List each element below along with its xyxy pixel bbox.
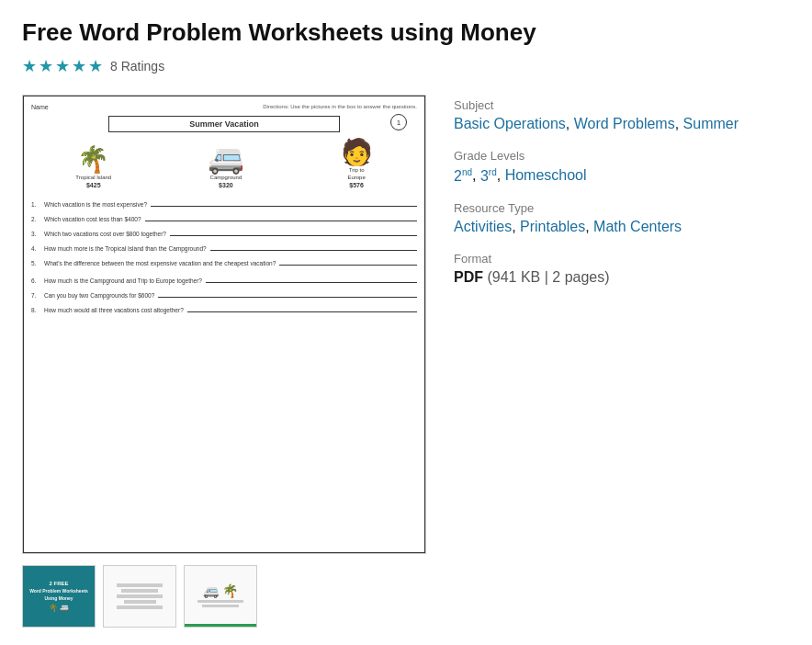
format-detail: (941 KB | 2 pages) xyxy=(487,269,609,285)
resource-type-label: Resource Type xyxy=(454,201,790,215)
preview-section: Name Directions: Use the pictures in the… xyxy=(22,95,426,628)
resource-link-math-centers[interactable]: Math Centers xyxy=(593,219,682,234)
ws-q5: 5. What's the difference between the mos… xyxy=(31,256,417,266)
grade-link-3rd[interactable]: 3rd xyxy=(480,168,497,184)
ws-q2: 2. Which vacation cost less than $400? xyxy=(31,212,417,222)
meta-format: Format PDF (941 KB | 2 pages) xyxy=(454,252,790,286)
ws-images-row: 🌴 Tropical Island $425 🚐 Campground $320… xyxy=(31,140,417,188)
subject-value: Basic Operations, Word Problems, Summer xyxy=(454,116,790,132)
ws-item-europe: 🧑 Trip to Europe $576 xyxy=(341,140,373,188)
ws-name-line: Name xyxy=(31,104,49,110)
star-4: ★ xyxy=(72,56,86,76)
ws-item-tropical: 🌴 Tropical Island $425 xyxy=(75,147,111,188)
subject-link-summer[interactable]: Summer xyxy=(683,116,739,131)
resource-link-activities[interactable]: Activities xyxy=(454,219,512,234)
star-3: ★ xyxy=(55,56,70,76)
format-type: PDF xyxy=(454,269,483,285)
meta-grade: Grade Levels 2nd, 3rd, Homeschool xyxy=(454,149,790,184)
page-title: Free Word Problem Worksheets using Money xyxy=(22,18,790,47)
main-content: Name Directions: Use the pictures in the… xyxy=(22,95,790,628)
ws-q7: 7. Can you buy two Campgrounds for $600? xyxy=(31,289,417,299)
thumbnails-row: 2 FREEWord Problem WorksheetsUsing Money… xyxy=(22,565,426,628)
ws-directions: Directions: Use the pictures in the box … xyxy=(263,104,417,109)
ws-item-campground: 🚐 Campground $320 xyxy=(208,143,244,188)
star-1: ★ xyxy=(22,56,37,76)
rating-row: ★ ★ ★ ★ ★ 8 Ratings xyxy=(22,56,790,76)
star-5: ★ xyxy=(88,56,103,76)
grade-link-homeschool[interactable]: Homeschool xyxy=(505,168,587,184)
grade-value: 2nd, 3rd, Homeschool xyxy=(454,166,790,184)
resource-link-printables[interactable]: Printables xyxy=(520,219,585,234)
grade-link-2nd[interactable]: 2nd xyxy=(454,168,472,184)
ws-q8: 8. How much would all three vacations co… xyxy=(31,303,417,313)
ws-q6: 6. How much is the Campground and Trip t… xyxy=(31,274,417,284)
ws-title: Summer Vacation xyxy=(108,116,340,132)
resource-type-value: Activities, Printables, Math Centers xyxy=(454,219,790,235)
meta-resource-type: Resource Type Activities, Printables, Ma… xyxy=(454,201,790,235)
grade-label: Grade Levels xyxy=(454,149,790,163)
ws-q3: 3. Which two vacations cost over $800 to… xyxy=(31,227,417,237)
thumbnail-3[interactable]: 🚐 🌴 xyxy=(184,565,257,628)
format-value: PDF (941 KB | 2 pages) xyxy=(454,269,790,286)
subject-label: Subject xyxy=(454,98,790,112)
ws-questions: 1. Which vacation is the most expensive?… xyxy=(31,198,417,313)
meta-subject: Subject Basic Operations, Word Problems,… xyxy=(454,98,790,132)
star-rating: ★ ★ ★ ★ ★ xyxy=(22,56,103,76)
star-2: ★ xyxy=(39,56,53,76)
thumbnail-2[interactable] xyxy=(103,565,176,628)
meta-section: Subject Basic Operations, Word Problems,… xyxy=(454,95,790,285)
thumbnail-1[interactable]: 2 FREEWord Problem WorksheetsUsing Money… xyxy=(22,565,96,628)
main-preview-image[interactable]: Name Directions: Use the pictures in the… xyxy=(22,95,426,554)
format-label: Format xyxy=(454,252,790,266)
rating-count: 8 Ratings xyxy=(110,59,164,74)
subject-link-word-problems[interactable]: Word Problems xyxy=(574,116,675,131)
subject-link-basic-ops[interactable]: Basic Operations xyxy=(454,116,566,131)
ws-q1: 1. Which vacation is the most expensive? xyxy=(31,198,417,208)
ws-q4: 4. How much more is the Tropical Island … xyxy=(31,242,417,252)
